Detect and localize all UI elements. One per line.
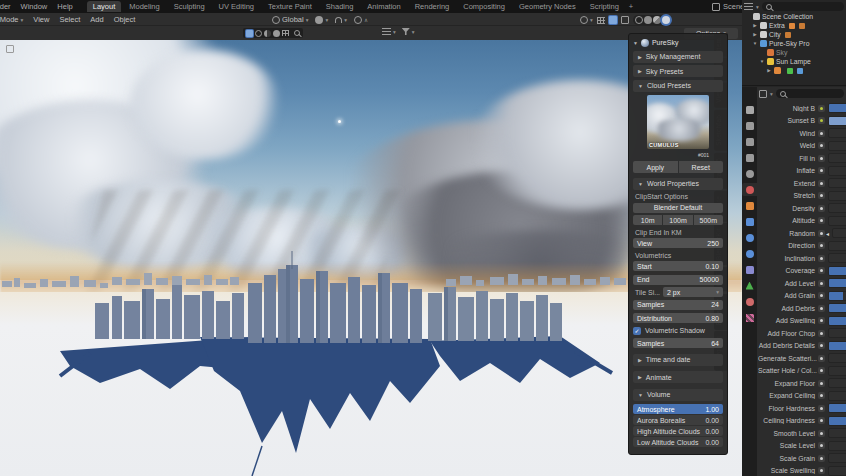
outliner-search-input[interactable] bbox=[762, 2, 844, 11]
animate-dot-button[interactable] bbox=[818, 117, 825, 124]
animate-dot-button[interactable] bbox=[818, 392, 825, 399]
animate-dot-button[interactable] bbox=[818, 205, 825, 212]
animate-dot-button[interactable] bbox=[818, 317, 825, 324]
properties-tab-particles[interactable] bbox=[742, 231, 757, 244]
menu-help[interactable]: Help bbox=[57, 2, 72, 11]
puresky-panel-header[interactable]: ▼ PureSky bbox=[633, 37, 723, 48]
world-properties-section[interactable]: ▼ World Properties bbox=[633, 178, 723, 190]
toggle-xray-button[interactable] bbox=[609, 16, 617, 24]
animate-dot-button[interactable] bbox=[818, 217, 825, 224]
animate-dot-button[interactable] bbox=[818, 455, 825, 462]
volume-slider-aurora-borealis[interactable]: Aurora Borealis0.00 bbox=[633, 415, 723, 425]
expand-right-icon[interactable]: ▶ bbox=[766, 68, 772, 73]
pivot-point-selector[interactable]: ▾ bbox=[315, 16, 328, 24]
show-overlays-toggle[interactable] bbox=[597, 17, 605, 24]
property-slider-field[interactable] bbox=[828, 353, 846, 363]
property-slider-field[interactable] bbox=[828, 466, 846, 476]
property-slider-field[interactable] bbox=[828, 391, 846, 401]
viewport-shading-dropdown[interactable] bbox=[621, 16, 629, 24]
properties-search-input[interactable] bbox=[776, 89, 844, 98]
workspace-tab-compositing[interactable]: Compositing bbox=[457, 1, 511, 12]
volumetrics-end-slider[interactable]: End 50000 bbox=[633, 275, 723, 285]
visibility-toggle-1[interactable] bbox=[246, 30, 253, 37]
animate-dot-button[interactable] bbox=[818, 167, 825, 174]
property-slider-field[interactable] bbox=[828, 128, 846, 138]
add-workspace-button[interactable]: + bbox=[629, 2, 633, 11]
properties-tab-world[interactable] bbox=[742, 183, 757, 196]
outliner-row-badge-icon[interactable] bbox=[799, 23, 805, 29]
volume-slider-low-altitude-clouds[interactable]: Low Altitude Clouds0.00 bbox=[633, 437, 723, 447]
property-slider-field[interactable] bbox=[828, 191, 846, 201]
animate-dot-button[interactable] bbox=[818, 230, 825, 237]
slider-left-arrow-icon[interactable]: ◂ bbox=[826, 230, 829, 237]
mode-selector[interactable]: Object Mode ▾ bbox=[0, 15, 23, 24]
shading-solid-button[interactable] bbox=[644, 16, 652, 24]
property-slider-field[interactable] bbox=[828, 166, 846, 176]
animate-dot-button[interactable] bbox=[818, 430, 825, 437]
animate-dot-button[interactable] bbox=[818, 105, 825, 112]
property-slider-field[interactable] bbox=[828, 366, 846, 376]
expand-right-icon[interactable]: ▶ bbox=[752, 32, 758, 37]
animate-dot-button[interactable] bbox=[818, 130, 825, 137]
apply-button[interactable]: Apply bbox=[633, 161, 678, 173]
property-slider-field[interactable] bbox=[828, 241, 846, 251]
shading-material-button[interactable] bbox=[653, 16, 661, 24]
shading-wireframe-button[interactable] bbox=[635, 16, 643, 24]
clip-button-500m[interactable]: 500m bbox=[694, 215, 723, 225]
menu-render[interactable]: Render bbox=[0, 2, 11, 11]
viewport-menu-add[interactable]: Add bbox=[90, 15, 103, 24]
animate-dot-button[interactable] bbox=[818, 330, 825, 337]
property-slider-field[interactable] bbox=[828, 453, 846, 463]
clip-button-100m[interactable]: 100m bbox=[663, 215, 692, 225]
animate-dot-button[interactable] bbox=[818, 255, 825, 262]
outliner-row-scene-collection[interactable]: Scene Collection bbox=[742, 12, 846, 21]
property-slider-field[interactable] bbox=[828, 378, 846, 388]
animate-dot-button[interactable] bbox=[818, 242, 825, 249]
property-slider-field[interactable] bbox=[828, 341, 846, 351]
property-slider-field[interactable] bbox=[828, 428, 846, 438]
property-slider-field[interactable] bbox=[828, 103, 846, 113]
expand-down-icon[interactable]: ▼ bbox=[759, 59, 765, 64]
search-icon[interactable] bbox=[294, 30, 300, 36]
expand-right-icon[interactable]: ▶ bbox=[752, 23, 758, 28]
proportional-editing-toggle[interactable]: ∧ bbox=[354, 16, 368, 24]
property-slider-field[interactable] bbox=[828, 141, 846, 151]
property-slider-field[interactable] bbox=[828, 266, 846, 276]
visibility-toggle-3[interactable] bbox=[264, 30, 271, 37]
blender-default-button[interactable]: Blender Default bbox=[633, 203, 723, 213]
volume-section[interactable]: ▼ Volume bbox=[633, 389, 723, 401]
outliner-row-badge-icon[interactable] bbox=[797, 68, 803, 74]
animate-dot-button[interactable] bbox=[818, 292, 825, 299]
view-distance-slider[interactable]: View 250 bbox=[633, 238, 723, 248]
animate-section[interactable]: ▶ Animate bbox=[633, 371, 723, 383]
display-mode-dropdown[interactable]: ▾ bbox=[382, 28, 396, 35]
volume-slider-atmosphere[interactable]: Atmosphere1.00 bbox=[633, 404, 723, 414]
outliner-row-sun-lampe[interactable]: ▼Sun Lampe bbox=[742, 57, 846, 66]
time-and-date-section[interactable]: ▶ Time and date bbox=[633, 354, 723, 366]
properties-tab-object[interactable] bbox=[742, 199, 757, 212]
tile-size-dropdown[interactable]: 2 px ▾ bbox=[663, 287, 723, 297]
animate-dot-button[interactable] bbox=[818, 342, 825, 349]
transform-orientation-selector[interactable]: Global ▾ bbox=[272, 15, 308, 24]
menu-window[interactable]: Window bbox=[21, 2, 48, 11]
sky-presets-section[interactable]: ▶ Sky Presets bbox=[633, 65, 723, 77]
property-slider-field[interactable] bbox=[828, 153, 846, 163]
properties-tab-texture[interactable] bbox=[742, 311, 757, 324]
outliner-row-badge-icon[interactable] bbox=[789, 23, 795, 29]
properties-tab-object-data[interactable] bbox=[742, 279, 757, 292]
shadow-samples-slider[interactable]: Samples 64 bbox=[633, 338, 723, 348]
property-slider-field[interactable] bbox=[828, 303, 846, 313]
property-slider-field[interactable] bbox=[828, 178, 846, 188]
cloud-preset-preview[interactable]: CUMULUS bbox=[647, 95, 709, 149]
workspace-tab-layout[interactable]: Layout bbox=[87, 1, 122, 12]
property-slider-field[interactable] bbox=[828, 328, 846, 338]
workspace-tab-rendering[interactable]: Rendering bbox=[409, 1, 456, 12]
viewport-menu-view[interactable]: View bbox=[33, 15, 49, 24]
animate-dot-button[interactable] bbox=[818, 367, 825, 374]
property-slider-field[interactable] bbox=[828, 253, 846, 263]
animate-dot-button[interactable] bbox=[818, 405, 825, 412]
show-gizmo-toggle[interactable]: ▾ bbox=[580, 16, 593, 24]
visibility-toggle-5[interactable] bbox=[282, 30, 289, 36]
samples-slider[interactable]: Samples 24 bbox=[633, 300, 723, 310]
animate-dot-button[interactable] bbox=[818, 142, 825, 149]
